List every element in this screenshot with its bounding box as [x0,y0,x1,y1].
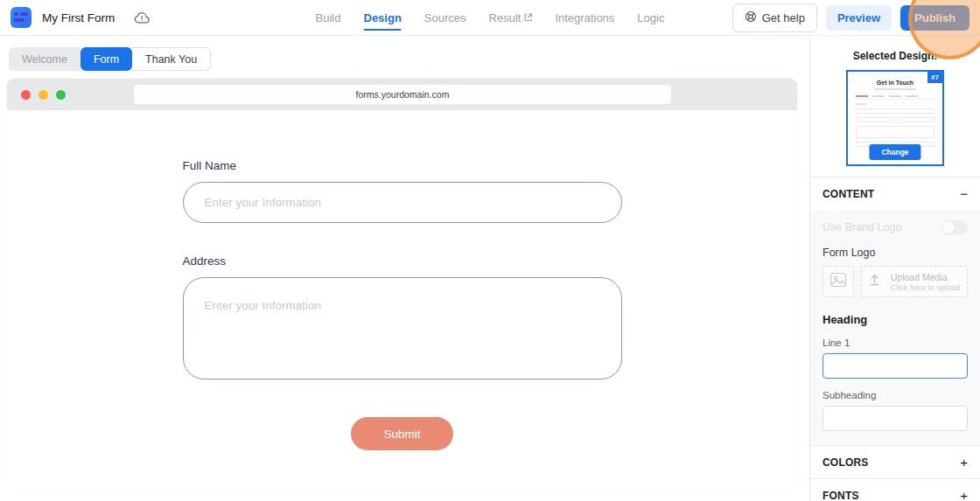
form-logo-label: Form Logo [822,247,968,259]
traffic-light-green [56,90,66,100]
help-lifebuoy-icon [745,10,757,25]
use-brand-logo-toggle[interactable] [942,220,968,234]
image-icon [830,272,847,291]
line1-input[interactable] [822,353,968,379]
submit-button[interactable]: Submit [351,417,453,450]
logo-placeholder-box[interactable] [822,266,854,297]
upload-media-dropzone[interactable]: Upload Media Click here to upload [861,266,968,297]
subheading-input[interactable] [822,406,968,431]
publish-button[interactable]: Publish [900,5,970,31]
field-label-address: Address [183,254,622,268]
preview-button[interactable]: Preview [826,5,892,31]
browser-chrome-bar: forms.yourdomain.com [7,79,797,110]
design-number-badge: #7 [928,72,942,83]
traffic-light-red [21,90,31,100]
field-label-full-name: Full Name [183,159,622,172]
form-logo-upload-row: Upload Media Click here to upload [822,266,968,297]
form-preview-body: Full Name Address Submit [7,110,797,490]
selected-design-thumbnail[interactable]: #7 Get in Touch Change [846,70,944,166]
collapse-icon: − [960,187,968,200]
nav-item-result[interactable]: Result [489,0,533,36]
form-preview-canvas: forms.yourdomain.com Full Name Address S… [7,79,797,490]
cloud-sync-icon [134,11,150,24]
use-brand-logo-row: Use Brand Logo [822,220,968,234]
page-step-tabs: Welcome Form Thank You [9,47,211,71]
nav-item-build[interactable]: Build [316,0,341,36]
design-sidebar: Selected Design: #7 Get in Touch Change … [809,36,980,501]
external-link-icon [523,0,532,36]
address-textarea[interactable] [183,277,622,379]
topbar-actions: Get help Preview Publish [732,3,970,32]
upload-media-label: Upload Media [891,272,961,282]
subheading-label: Subheading [822,390,968,400]
upload-arrow-icon [869,274,880,289]
tab-form[interactable]: Form [80,47,132,71]
traffic-light-yellow [38,90,48,100]
upload-media-hint: Click here to upload [891,283,961,292]
top-bar: My First Form Build Design Sources Resul… [0,0,980,36]
nav-item-logic[interactable]: Logic [637,0,664,36]
nav-item-design[interactable]: Design [364,0,402,36]
line1-label: Line 1 [822,337,968,348]
app-window: My First Form Build Design Sources Resul… [0,0,980,501]
app-logo-icon[interactable] [10,7,32,28]
tab-welcome[interactable]: Welcome [9,47,80,71]
selected-design-label: Selected Design: [810,50,980,62]
expand-icon: + [960,456,968,469]
form-title: My First Form [42,11,115,24]
traffic-lights [21,90,66,100]
design-thumb-subtitle-bar [874,88,916,90]
main-nav: Build Design Sources Result Integrations… [316,0,665,36]
full-name-input[interactable] [183,182,622,223]
content-section-panel: Use Brand Logo Form Logo [810,210,980,445]
expand-icon: + [960,489,968,501]
nav-item-sources[interactable]: Sources [424,0,466,36]
heading-section-title: Heading [822,313,968,326]
design-thumb-tabs [856,95,934,100]
form-fields-column: Full Name Address Submit [183,110,622,490]
change-design-button[interactable]: Change [869,144,920,160]
fonts-section-header[interactable]: FONTS + [810,479,980,501]
tab-thank-you[interactable]: Thank You [132,47,211,71]
colors-section-header[interactable]: COLORS + [810,445,980,478]
use-brand-logo-label: Use Brand Logo [822,221,901,233]
get-help-button[interactable]: Get help [732,3,817,32]
content-section-header[interactable]: CONTENT − [810,177,980,210]
nav-item-integrations[interactable]: Integrations [555,0,614,36]
browser-url-bar: forms.yourdomain.com [134,85,671,104]
